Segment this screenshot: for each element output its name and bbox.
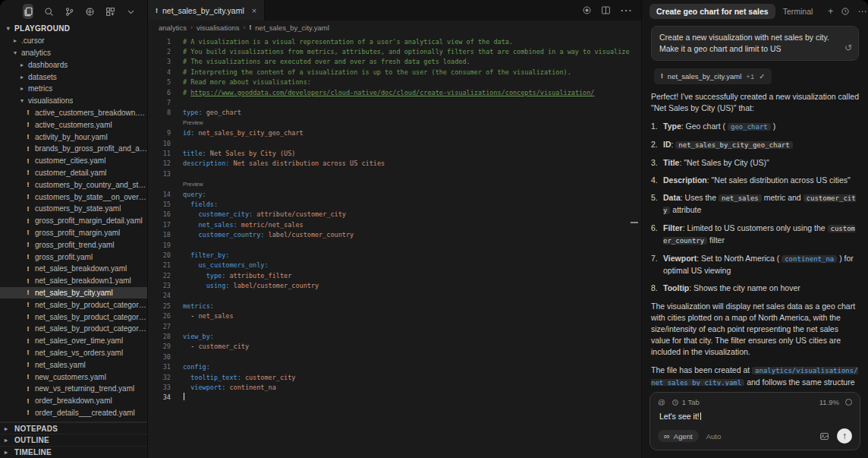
split-editor-icon[interactable] <box>601 5 611 15</box>
folder-item[interactable]: ▸metrics <box>0 83 147 95</box>
file-item[interactable]: !net_sales_breakdown.yaml <box>0 263 147 275</box>
folder-item[interactable]: ▸dashboards <box>0 58 147 71</box>
code-line[interactable]: 5# Read more about visualisations: <box>148 77 641 87</box>
code-link-chip[interactable]: analytics/visualisations/net_sales_by_ci… <box>651 367 858 386</box>
file-item[interactable]: !net_sales_breakdown1.yaml <box>0 275 147 287</box>
more-actions-icon[interactable]: ⋯ <box>620 3 632 17</box>
file-item[interactable]: !customers_by_country_and_state.… <box>0 178 147 191</box>
code-line[interactable]: 22 type: attribute_filter <box>148 270 641 280</box>
code-line[interactable]: 25metrics: <box>148 301 641 311</box>
close-tab-icon[interactable]: × <box>252 6 256 15</box>
file-item[interactable]: !net_sales_over_time.yaml <box>0 335 147 347</box>
code-line[interactable]: 28view_by: <box>148 331 641 341</box>
file-item[interactable]: !new_customers.yaml <box>0 371 147 383</box>
chat-input-box[interactable]: @ 1 Tab 11.9% Let's see it! ∞ Agent Auto <box>649 392 860 450</box>
chat-tab-terminal[interactable]: Terminal <box>783 7 813 16</box>
folder-item[interactable]: ▾analytics <box>0 47 147 59</box>
file-item[interactable]: !customer_cities.yaml <box>0 155 147 167</box>
file-item[interactable]: !order_breakdown.yaml <box>0 395 147 407</box>
folder-item[interactable]: ▾PLAYGROUND <box>0 23 147 35</box>
file-item[interactable]: !net_sales_by_product_category.y… <box>0 323 147 335</box>
file-item[interactable]: !gross_profit_trend.yaml <box>0 238 147 251</box>
code-line[interactable]: 34 <box>148 393 641 403</box>
settings-icon[interactable] <box>85 4 96 19</box>
sidebar-section-outline[interactable]: ▸OUTLINE <box>0 434 147 446</box>
code-line[interactable]: 1# A visualization is a visual represent… <box>148 36 641 46</box>
user-message[interactable]: Create a new visualization with net sale… <box>651 26 859 61</box>
code-link-chip[interactable]: continent_na <box>782 255 837 263</box>
attach-image-icon[interactable] <box>819 431 829 441</box>
code-area[interactable]: 1# A visualization is a visual represent… <box>148 34 641 458</box>
code-line[interactable]: 10 <box>148 138 641 148</box>
file-item[interactable]: !gross_profit.yaml <box>0 251 147 263</box>
code-line[interactable]: 3# The visualizations are executed over … <box>148 57 641 67</box>
code-line[interactable]: 24 <box>148 291 641 301</box>
mention-icon[interactable]: @ <box>658 398 665 406</box>
file-item[interactable]: !active_customers_breakdown.yaml <box>0 107 147 119</box>
code-line[interactable]: 9id: net_sales_by_city_geo_chart <box>148 128 641 138</box>
search-icon[interactable] <box>43 4 54 19</box>
code-line[interactable]: 4# Interpreting the content of a visuali… <box>148 67 641 77</box>
code-line[interactable]: 19 <box>148 240 641 250</box>
agent-mode-selector[interactable]: ∞ Agent <box>658 430 699 442</box>
tab-net-sales-by-city[interactable]: ! net_sales_by_city.yaml × <box>148 0 265 21</box>
breadcrumb-file[interactable]: net_sales_by_city.yaml <box>255 24 329 32</box>
source-control-icon[interactable] <box>64 4 74 19</box>
code-line[interactable]: 6# https://www.gooddata.com/developers/c… <box>148 87 641 97</box>
code-line[interactable]: 33 viewport: continent_na <box>148 382 641 392</box>
folder-item[interactable]: ▾visualisations <box>0 95 147 107</box>
code-lens-preview[interactable]: Preview <box>148 178 641 188</box>
model-selector[interactable]: Auto <box>706 432 722 441</box>
code-lens-preview[interactable]: Preview <box>148 118 641 128</box>
sidebar-section-notepads[interactable]: ▸NOTEPADS <box>0 422 147 434</box>
breadcrumb[interactable]: analytics › visualisations › ! net_sales… <box>148 21 641 34</box>
code-line[interactable]: 26 - net_sales <box>148 311 641 321</box>
code-line[interactable]: 30 <box>148 352 641 362</box>
chat-input-field[interactable]: Let's see it! <box>659 412 852 421</box>
file-item[interactable]: !new_vs_returning_trend.yaml <box>0 383 147 395</box>
file-item[interactable]: !net_sales.yaml <box>0 359 147 371</box>
file-item[interactable]: !customers_by_state__on_overvie… <box>0 191 147 203</box>
code-line[interactable]: 18 customer_country: label/customer_coun… <box>148 229 641 239</box>
code-line[interactable]: 27 <box>148 321 641 331</box>
code-line[interactable]: 31config: <box>148 362 641 372</box>
sidebar-section-timeline[interactable]: ▸TIMELINE <box>0 446 147 458</box>
file-item[interactable]: !gross_profit_margin_detail.yaml <box>0 215 147 227</box>
file-item[interactable]: !net_sales_vs_orders.yaml <box>0 347 147 359</box>
file-item[interactable]: !activity_by_hour.yaml <box>0 131 147 143</box>
file-item[interactable]: !active_customers.yaml <box>0 118 147 131</box>
code-line[interactable]: 21 us_customers_only: <box>148 261 641 270</box>
tab-context-pill[interactable]: 1 Tab <box>671 398 700 406</box>
history-icon[interactable] <box>841 7 850 16</box>
code-link-chip[interactable]: geo_chart <box>728 123 771 131</box>
folder-item[interactable]: ▸.cursor <box>0 35 147 47</box>
restore-checkpoint-icon[interactable]: ↺ <box>844 43 852 54</box>
code-line[interactable]: 20 filter_by: <box>148 250 641 260</box>
preview-icon[interactable] <box>582 5 592 15</box>
code-line[interactable]: 29 - customer_city <box>148 342 641 352</box>
file-item[interactable]: !net_sales_by_city.yaml <box>0 287 147 299</box>
code-line[interactable]: 12description: Net sales distribution ac… <box>148 159 641 169</box>
file-item[interactable]: !customers_by_state.yaml <box>0 203 147 215</box>
file-item[interactable]: !gross_profit_margin.yaml <box>0 227 147 239</box>
code-line[interactable]: 15 fields: <box>148 199 641 209</box>
code-line[interactable]: 16 customer_city: attribute/customer_cit… <box>148 210 641 220</box>
explorer-icon[interactable] <box>23 4 33 19</box>
file-item[interactable]: !brands_by_gross_profit_and_avg… <box>0 143 147 155</box>
chevron-down-icon[interactable] <box>126 4 137 19</box>
code-line[interactable]: 2# You build visualizations from metrics… <box>148 46 641 56</box>
new-chat-icon[interactable]: + <box>828 6 833 17</box>
code-line[interactable]: 7 <box>148 97 641 107</box>
code-line[interactable]: 14query: <box>148 189 641 199</box>
code-line[interactable]: 11title: Net Sales by City (US) <box>148 148 641 158</box>
code-line[interactable]: 32 tooltip_text: customer_city <box>148 372 641 382</box>
send-button[interactable]: ↑ <box>837 428 852 444</box>
breadcrumb-folder[interactable]: visualisations <box>197 24 240 32</box>
more-icon[interactable]: ⋯ <box>857 6 866 17</box>
extensions-icon[interactable] <box>105 4 116 19</box>
file-item[interactable]: !customer_detail.yaml <box>0 167 147 179</box>
code-line[interactable]: 8type: geo_chart <box>148 108 641 118</box>
chat-tab-active[interactable]: Create geo chart for net sales <box>649 4 775 19</box>
file-item[interactable]: !net_sales_by_product_category_s… <box>0 311 147 323</box>
code-line[interactable]: 13 <box>148 169 641 178</box>
